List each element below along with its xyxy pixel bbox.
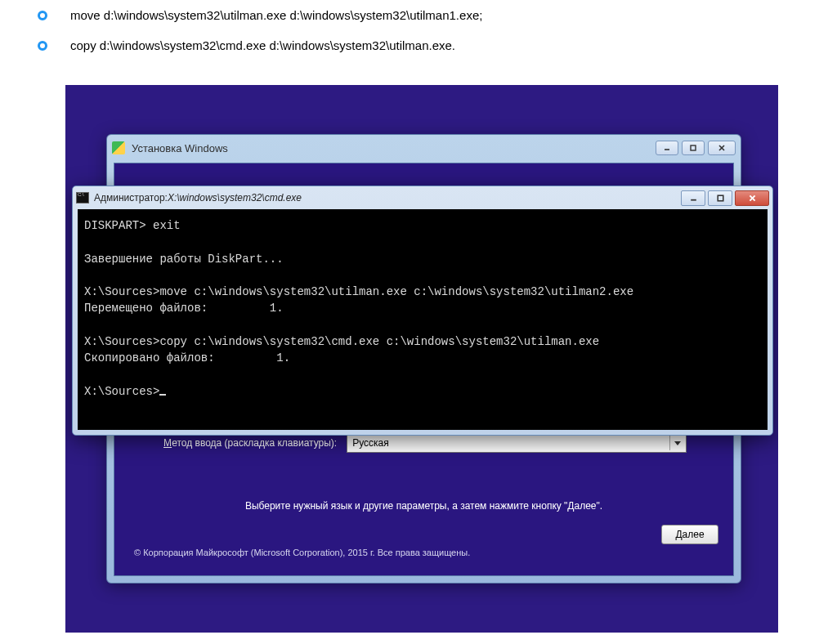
- keyboard-layout-select[interactable]: Русская: [347, 433, 687, 453]
- close-button[interactable]: [735, 190, 769, 206]
- chevron-down-icon: [669, 436, 684, 450]
- close-button[interactable]: [708, 141, 736, 155]
- cmd-output[interactable]: DISKPART> exit Завершение работы DiskPar…: [78, 209, 768, 430]
- minimize-button[interactable]: [656, 141, 678, 155]
- next-button[interactable]: Далее: [661, 525, 718, 544]
- cmd-title-prefix: Администратор:: [94, 192, 168, 203]
- list-item: copy d:\windows\system32\cmd.exe d:\wind…: [0, 38, 837, 52]
- next-button-label: Далее: [675, 529, 704, 540]
- article-command-list: move d:\windows\system32\utilman.exe d:\…: [0, 0, 837, 85]
- setup-hint: Выберите нужный язык и другие параметры,…: [114, 500, 733, 512]
- setup-title: Установка Windows: [132, 142, 228, 154]
- bullet-icon: [38, 11, 47, 20]
- copyright-text: © Корпорация Майкрософт (Microsoft Corpo…: [134, 548, 470, 557]
- cmd-window: Администратор: X:\windows\system32\cmd.e…: [72, 186, 773, 436]
- minimize-button[interactable]: [681, 190, 705, 206]
- cmd-titlebar[interactable]: Администратор: X:\windows\system32\cmd.e…: [73, 186, 772, 209]
- bullet-icon: [38, 41, 47, 51]
- keyboard-layout-row: Метод ввода (раскладка клавиатуры): Русс…: [163, 433, 687, 453]
- setup-titlebar[interactable]: Установка Windows: [107, 135, 741, 161]
- svg-rect-5: [718, 195, 723, 201]
- desktop-background: Установка Windows Метод ввода (раскладка…: [65, 85, 778, 633]
- command-text: copy d:\windows\system32\cmd.exe d:\wind…: [70, 38, 455, 52]
- keyboard-layout-label: Метод ввода (раскладка клавиатуры):: [163, 437, 337, 449]
- svg-rect-1: [691, 145, 696, 150]
- list-item: move d:\windows\system32\utilman.exe d:\…: [0, 8, 837, 22]
- maximize-button[interactable]: [682, 141, 705, 155]
- select-value: Русская: [352, 437, 389, 449]
- cmd-icon: [76, 192, 89, 203]
- windows-flag-icon: [112, 141, 125, 154]
- maximize-button[interactable]: [708, 190, 732, 206]
- command-text: move d:\windows\system32\utilman.exe d:\…: [70, 8, 482, 22]
- cmd-title-path: X:\windows\system32\cmd.exe: [168, 192, 302, 203]
